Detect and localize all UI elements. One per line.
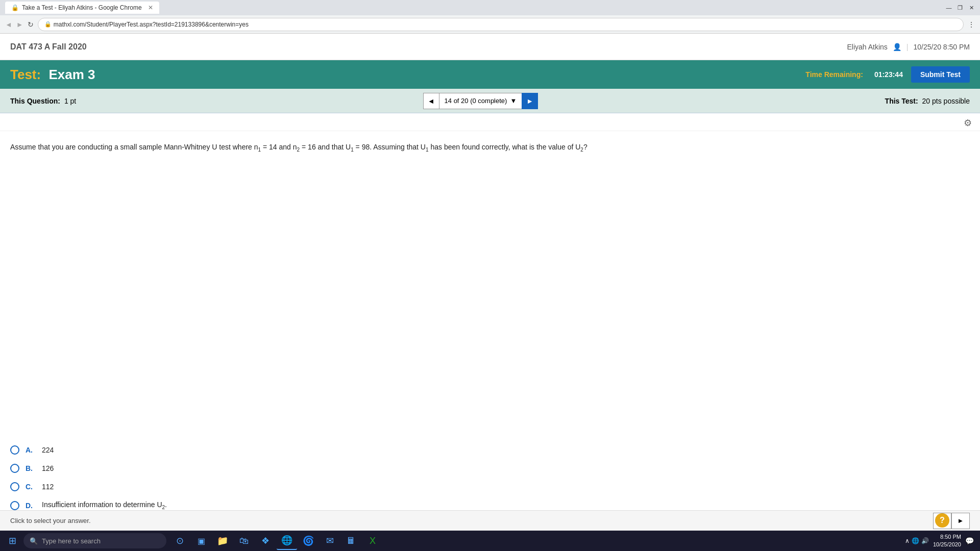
nav-back-icon[interactable]: ◄ [5,20,12,29]
chevron-up-icon[interactable]: ∧ [905,537,910,544]
cortana-icon: ⊙ [176,535,184,546]
test-label-word: Test: [10,67,41,82]
choice-b-label: B. [26,464,36,472]
bottom-next-button[interactable]: ► [951,513,970,529]
choice-a[interactable]: A. 224 [10,445,970,455]
taskbar-right: ∧ 🌐 🔊 8:50 PM 10/25/2020 💬 [905,533,978,549]
choice-c-text: 112 [42,483,54,491]
status-text: Click to select your answer. [10,517,91,524]
taskbar-app-explorer[interactable]: 📁 [212,532,233,550]
time-remaining-label: Time Remaining: [805,70,863,79]
this-question-label: This Question: 1 pt [10,97,76,105]
header-datetime: 10/25/20 8:50 PM [913,43,970,51]
dropdown-arrow-icon: ▼ [510,97,517,105]
choice-a-label: A. [26,446,36,454]
time-remaining-value: 01:23:44 [874,70,903,79]
tab-favicon: 🔒 [11,4,19,11]
this-test-value: 20 pts possible [922,97,970,105]
clock-time: 8:50 PM [933,533,961,541]
taskbar: ⊞ 🔍 Type here to search ⊙ ▣ 📁 🛍 ❖ 🌐 🌀 ✉ [0,531,980,551]
start-button[interactable]: ⊞ [2,532,22,550]
question-content: Assume that you are conducting a small s… [0,131,980,445]
lock-icon: 🔒 [44,21,52,28]
app-header: DAT 473 A Fall 2020 Eliyah Atkins 👤 | 10… [0,34,980,60]
excel-icon: X [370,536,376,546]
edge-icon: 🌀 [303,535,314,546]
radio-d[interactable] [10,501,19,510]
nav-controls: ◄ 14 of 20 (0 complete) ▼ ► [423,93,538,109]
app-title: DAT 473 A Fall 2020 [10,42,87,52]
radio-a[interactable] [10,445,19,455]
choice-b[interactable]: B. 126 [10,464,970,473]
taskbar-apps: ⊙ ▣ 📁 🛍 ❖ 🌐 🌀 ✉ 🖩 X [169,532,383,550]
tab-title: Take a Test - Eliyah Atkins - Google Chr… [22,4,142,11]
notification-icon[interactable]: 💬 [965,537,974,545]
menu-icon[interactable]: ⋮ [968,20,975,29]
taskbar-app-calc[interactable]: 🖩 [341,532,361,550]
dropbox-icon: ❖ [261,535,270,546]
radio-b[interactable] [10,464,19,473]
settings-icon[interactable]: ⚙ [964,117,972,129]
taskbar-search-icon: 🔍 [30,537,38,545]
taskview-icon: ▣ [198,536,205,546]
store-icon: 🛍 [239,536,249,546]
address-bar[interactable]: 🔒 mathxl.com/Student/PlayerTest.aspx?tes… [38,18,964,31]
refresh-icon[interactable]: ↻ [28,20,34,29]
url-text: mathxl.com/Student/PlayerTest.aspx?testI… [54,21,249,28]
nav-next-button[interactable]: ► [522,93,538,109]
browser-tab[interactable]: 🔒 Take a Test - Eliyah Atkins - Google C… [5,2,159,14]
explorer-icon: 📁 [217,535,228,546]
question-nav-bar: This Question: 1 pt ◄ 14 of 20 (0 comple… [0,89,980,113]
taskbar-app-store[interactable]: 🛍 [234,532,254,550]
user-icon: 👤 [893,43,901,51]
submit-test-button[interactable]: Submit Test [911,66,970,83]
close-button[interactable]: ✕ [968,4,975,11]
this-test-label: This Test: 20 pts possible [885,97,970,105]
network-icon[interactable]: 🌐 [912,537,919,544]
banner-right: Time Remaining: 01:23:44 Submit Test [805,66,970,83]
user-name: Eliyah Atkins [847,43,887,51]
this-question-value: 1 pt [64,97,76,105]
choice-b-text: 126 [42,464,54,472]
test-label-name: Exam 3 [48,67,95,82]
header-divider: | [906,43,909,51]
tab-close-icon[interactable]: ✕ [148,4,153,11]
choice-d-text: Insufficient information to determine U2… [42,500,167,510]
browser-titlebar: 🔒 Take a Test - Eliyah Atkins - Google C… [0,0,980,15]
taskbar-app-mail[interactable]: ✉ [320,532,340,550]
windows-logo-icon: ⊞ [9,535,16,546]
taskbar-clock: 8:50 PM 10/25/2020 [933,533,961,549]
browser-addressbar: ◄ ► ↻ 🔒 mathxl.com/Student/PlayerTest.as… [0,15,980,34]
minimize-button[interactable]: — [945,4,952,11]
taskbar-search-placeholder: Type here to search [42,537,101,545]
window-controls: — ❐ ✕ [945,4,975,11]
taskbar-search[interactable]: 🔍 Type here to search [23,533,166,548]
header-right: Eliyah Atkins 👤 | 10/25/20 8:50 PM [847,43,970,51]
choice-c-label: C. [26,483,36,491]
choice-d[interactable]: D. Insufficient information to determine… [10,500,970,510]
radio-c[interactable] [10,482,19,491]
chrome-icon: 🌐 [281,535,292,546]
taskbar-app-search[interactable]: ⊙ [169,532,190,550]
choice-c[interactable]: C. 112 [10,482,970,491]
nav-display-text: 14 of 20 (0 complete) [445,97,507,105]
taskbar-app-chrome[interactable]: 🌐 [277,532,297,550]
taskbar-app-excel[interactable]: X [362,532,383,550]
taskbar-system-icons: ∧ 🌐 🔊 [905,537,929,544]
help-button[interactable]: ? [935,513,949,528]
taskbar-app-dropbox[interactable]: ❖ [255,532,276,550]
speaker-icon[interactable]: 🔊 [921,537,929,544]
taskbar-app-taskview[interactable]: ▣ [191,532,211,550]
test-label: Test: Exam 3 [10,67,95,83]
nav-forward-icon[interactable]: ► [16,20,23,29]
choice-a-text: 224 [42,446,54,454]
restore-button[interactable]: ❐ [957,4,964,11]
clock-date: 10/25/2020 [933,541,961,548]
mail-icon: ✉ [326,535,334,546]
calculator-icon: 🖩 [347,536,356,546]
question-selector[interactable]: 14 of 20 (0 complete) ▼ [439,93,522,109]
nav-prev-button[interactable]: ◄ [423,93,439,109]
taskbar-app-edge[interactable]: 🌀 [298,532,318,550]
answer-choices: A. 224 B. 126 C. 112 D. Insufficient inf… [0,445,980,510]
settings-area: ⚙ [0,113,980,131]
